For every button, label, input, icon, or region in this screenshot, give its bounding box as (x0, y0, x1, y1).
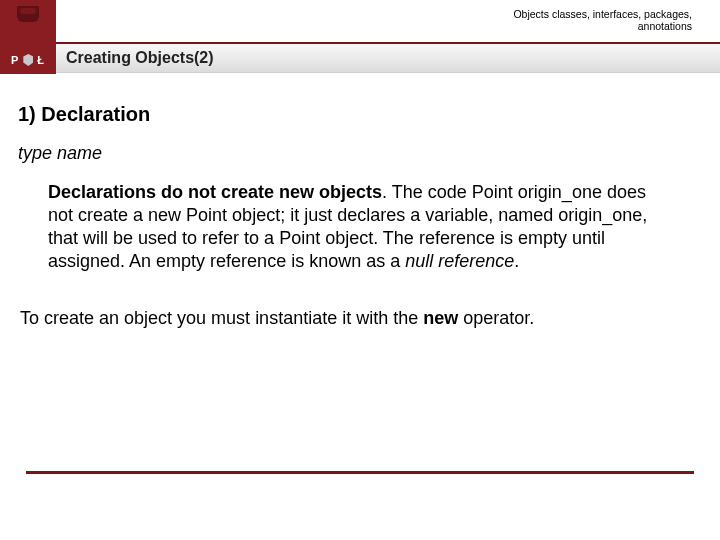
para1-lead-bold: Declarations do not create new objects (48, 182, 382, 202)
para2-new-keyword: new (423, 308, 458, 328)
logo-letter-left: P (11, 54, 19, 66)
logo-letter-right: Ł (37, 54, 45, 66)
slide: P Ł Objects classes, interfaces, package… (0, 0, 720, 540)
breadcrumb-line1: Objects classes, interfaces, packages, (513, 8, 692, 20)
page-title: Creating Objects(2) (66, 49, 214, 67)
shield-icon (23, 54, 33, 66)
logo-emblem-top-icon (17, 6, 39, 22)
logo-emblem-bottom: P Ł (11, 54, 45, 66)
type-name-line: type name (14, 142, 698, 165)
para1-null-reference: null reference (405, 251, 514, 271)
slide-content: 1) Declaration type name Declarations do… (0, 74, 720, 330)
para2-before: To create an object you must instantiate… (20, 308, 423, 328)
slide-header: P Ł Objects classes, interfaces, package… (0, 0, 720, 74)
paragraph-instantiate: To create an object you must instantiate… (20, 307, 672, 330)
title-band: Creating Objects(2) (56, 42, 720, 72)
para1-period: . (514, 251, 519, 271)
paragraph-declaration: Declarations do not create new objects. … (48, 181, 672, 273)
footer-divider (26, 471, 694, 474)
breadcrumb: Objects classes, interfaces, packages, a… (513, 8, 692, 32)
section-heading: 1) Declaration (14, 102, 698, 128)
para2-after: operator. (458, 308, 534, 328)
breadcrumb-line2: annotations (513, 20, 692, 32)
institution-logo: P Ł (0, 0, 56, 74)
